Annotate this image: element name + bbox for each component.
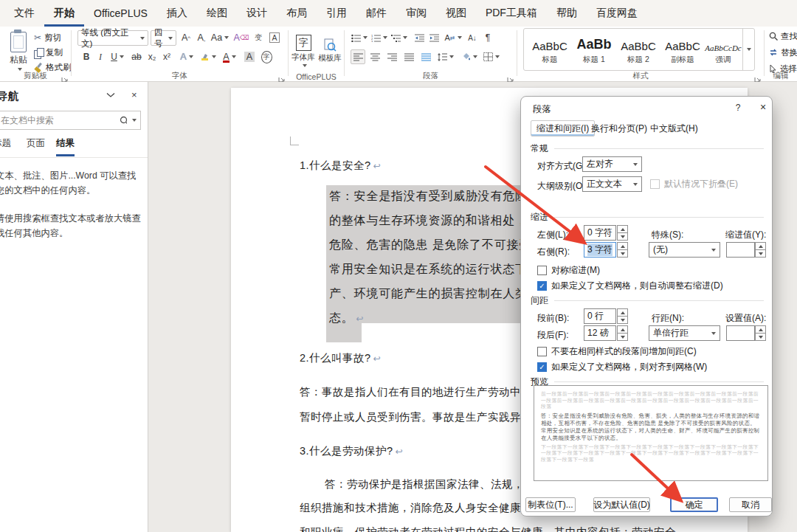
borders-button[interactable]: [482, 49, 501, 64]
character-border-button[interactable]: A: [267, 30, 282, 45]
shrink-font-button[interactable]: Aˬ: [194, 30, 209, 45]
space-before-input[interactable]: 0 行: [584, 308, 616, 324]
style-emphasis[interactable]: AaBbCcDc强调: [702, 33, 745, 70]
indent-by-spinner[interactable]: [755, 242, 766, 258]
navigation-close-button[interactable]: ×: [131, 89, 137, 100]
tab-officeplus[interactable]: OfficePLUS: [84, 0, 157, 27]
no-space-same-style-checkbox[interactable]: 不要在相同样式的段落间增加间距(C): [537, 345, 697, 358]
ok-button[interactable]: 确定: [670, 497, 718, 512]
decrease-indent-button[interactable]: [413, 30, 426, 45]
space-before-spinner[interactable]: [617, 308, 628, 324]
italic-button[interactable]: I: [95, 49, 106, 64]
doc-heading-1[interactable]: 1.什么是安全?↩: [300, 159, 381, 173]
mirror-indents-checkbox[interactable]: 对称缩进(M): [537, 264, 600, 277]
cut-button[interactable]: ✂ 剪切: [34, 31, 61, 44]
dialog-tab-line-page-breaks[interactable]: 换行和分页(P): [586, 120, 652, 137]
space-after-spinner[interactable]: [617, 325, 628, 341]
special-dropdown[interactable]: (无): [649, 242, 720, 258]
indent-right-spinner[interactable]: [617, 242, 628, 258]
increase-indent-button[interactable]: [427, 30, 441, 45]
underline-button[interactable]: U: [108, 49, 127, 64]
nav-tab-results[interactable]: 结果: [56, 137, 75, 156]
indent-by-input[interactable]: [726, 242, 755, 258]
tab-review[interactable]: 审阅: [396, 0, 436, 27]
clipboard-dialog-launcher[interactable]: [61, 72, 69, 80]
tab-file[interactable]: 文件: [4, 0, 44, 27]
tab-baidu-pan[interactable]: 百度网盘: [587, 0, 647, 27]
grow-font-button[interactable]: A^: [179, 30, 193, 45]
nav-tab-headings[interactable]: 标题: [0, 137, 11, 154]
styles-gallery-more-button[interactable]: [742, 29, 754, 70]
spacing-at-input[interactable]: [726, 325, 755, 341]
auto-adjust-right-indent-checkbox[interactable]: ✓如果定义了文档网格，则自动调整右缩进(D): [537, 280, 723, 292]
change-case-button[interactable]: Aa: [210, 30, 230, 45]
search-icon[interactable]: [120, 116, 127, 125]
asian-layout-button[interactable]: A⇄: [444, 30, 463, 45]
tab-pdf-toolbox[interactable]: PDF工具箱: [476, 0, 547, 27]
indent-left-spinner[interactable]: [617, 225, 628, 241]
bullets-button[interactable]: [351, 30, 368, 45]
line-spacing-dropdown[interactable]: 单倍行距: [649, 325, 720, 341]
font-color-button[interactable]: A: [220, 49, 239, 64]
tab-layout[interactable]: 布局: [277, 0, 317, 27]
show-hide-marks-button[interactable]: ¶: [481, 30, 494, 45]
indent-left-input[interactable]: 0 字符: [584, 225, 616, 241]
dialog-close-button[interactable]: ×: [756, 101, 770, 113]
justify-button[interactable]: [401, 49, 416, 64]
cancel-button[interactable]: 取消: [729, 497, 772, 512]
doc-paragraph-line[interactable]: 组织措施和技术措施，消除危及人身安全健康的不: [300, 501, 543, 515]
find-button[interactable]: 查找: [769, 30, 797, 43]
selected-paragraph-line[interactable]: 答：安全是指没有受到威胁没有危险: [329, 189, 528, 204]
nav-tab-pages[interactable]: 页面: [27, 137, 45, 154]
selected-paragraph-line[interactable]: 产、环境可能产生的损害控制在人类: [329, 286, 528, 302]
tabs-button[interactable]: 制表位(T)...: [525, 497, 576, 512]
navigation-collapse-button[interactable]: [106, 89, 115, 100]
paragraph-dialog-launcher[interactable]: [507, 72, 514, 80]
tab-draw[interactable]: 绘图: [197, 0, 237, 27]
text-effects-button[interactable]: A: [177, 49, 196, 64]
tab-mailings[interactable]: 邮件: [356, 0, 396, 27]
align-center-button[interactable]: [368, 49, 382, 64]
line-spacing-button[interactable]: [436, 49, 455, 64]
dialog-tab-asian-typography[interactable]: 中文版式(H): [645, 120, 703, 137]
copy-button[interactable]: 复制: [34, 46, 63, 59]
font-size-combo[interactable]: 四号: [151, 30, 176, 46]
tab-design[interactable]: 设计: [237, 0, 277, 27]
superscript-button[interactable]: x²: [160, 49, 173, 64]
outline-level-dropdown[interactable]: 正文文本: [582, 176, 642, 192]
subscript-button[interactable]: x₂: [145, 49, 159, 64]
font-library-button[interactable]: 字 字体库: [291, 30, 316, 72]
enclose-characters-button[interactable]: 字: [259, 49, 274, 64]
snap-to-grid-checkbox[interactable]: ✓如果定义了文档网格，则对齐到网格(W): [537, 361, 707, 373]
tab-home[interactable]: 开始: [44, 0, 84, 27]
selected-paragraph-line[interactable]: 态。↩: [329, 311, 364, 326]
font-dialog-launcher[interactable]: [278, 72, 286, 80]
bold-button[interactable]: B: [80, 49, 92, 64]
doc-paragraph-line[interactable]: 和职业病，保护劳动者在劳动过程中的安全与健康，其中内容包括：劳动安全: [300, 525, 676, 532]
style-subtitle[interactable]: AaBbC副标题: [661, 33, 704, 70]
spacing-at-spinner[interactable]: [755, 325, 766, 341]
template-library-button[interactable]: 模板库: [317, 30, 342, 72]
style-heading1[interactable]: AaBb标题 1: [573, 33, 615, 70]
phonetic-guide-button[interactable]: 变: [251, 30, 266, 45]
distribute-button[interactable]: [418, 49, 433, 64]
tab-insert[interactable]: 插入: [157, 0, 197, 27]
doc-paragraph-line[interactable]: 暂时停止或人员受到伤害。事故是生产实践异常的: [300, 410, 543, 424]
alignment-dropdown[interactable]: 左对齐: [582, 156, 642, 172]
selected-paragraph-line[interactable]: 危险、危害的隐患 是免除了不可接受: [329, 238, 531, 253]
tab-help[interactable]: 帮助: [547, 0, 587, 27]
replace-button[interactable]: 替换: [769, 46, 797, 59]
space-after-input[interactable]: 12 磅: [584, 325, 616, 341]
doc-heading-3[interactable]: 3.什么是劳动保护?↩: [300, 444, 403, 458]
search-options-chevron-icon[interactable]: [132, 119, 137, 122]
strikethrough-button[interactable]: ab: [129, 49, 144, 64]
tab-references[interactable]: 引用: [317, 0, 356, 27]
style-title[interactable]: AaBbC标题: [528, 33, 571, 70]
shading-button[interactable]: [460, 49, 479, 64]
align-left-button[interactable]: [351, 49, 365, 64]
numbering-button[interactable]: 123: [370, 30, 388, 45]
styles-dialog-launcher[interactable]: [754, 72, 762, 80]
highlight-color-button[interactable]: [199, 49, 218, 64]
set-as-default-button[interactable]: 设为默认值(D): [593, 497, 650, 512]
dialog-help-button[interactable]: ?: [731, 103, 745, 113]
